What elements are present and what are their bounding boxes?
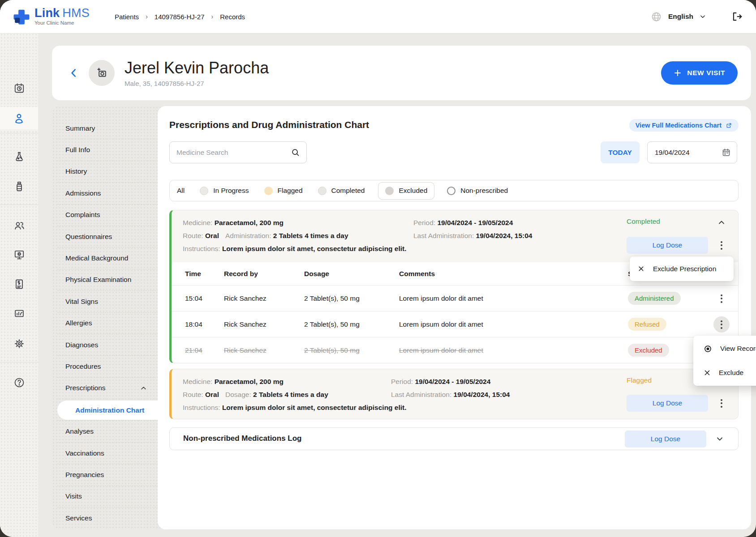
record-nav-panel: Summary Full Info History Admissions Com… [52, 106, 166, 529]
nav-item-full-info[interactable]: Full Info [57, 139, 160, 161]
billing-icon[interactable] [0, 273, 38, 296]
view-record-menu-item[interactable]: View Record [693, 337, 756, 361]
non-prescribed-title: Non-prescribed Medications Log [183, 434, 301, 443]
patient-name: Jerel Kevin Parocha [125, 59, 269, 77]
prescription-status-badge: Completed [627, 217, 660, 226]
filter-flagged[interactable]: Flagged [264, 187, 303, 195]
clinic-cross-icon [13, 9, 30, 25]
nav-item-services[interactable]: Services [57, 507, 160, 529]
status-badge: Refused [628, 318, 666, 331]
nav-item-procedures[interactable]: Procedures [57, 356, 160, 377]
filter-non-prescribed[interactable]: Non-prescribed [447, 187, 508, 195]
x-icon [637, 265, 645, 273]
prescription-card-flagged: Medicine: Paracetamol, 200 mg Period: 19… [169, 369, 739, 419]
breadcrumb-separator: › [146, 13, 148, 20]
logout-icon[interactable] [731, 11, 743, 22]
nav-item-history[interactable]: History [57, 161, 160, 183]
nav-item-analyses[interactable]: Analyses [57, 421, 160, 442]
breadcrumb-patient-id[interactable]: 14097856-HJ-27 [155, 13, 205, 21]
collapse-card-button[interactable] [713, 214, 730, 230]
reports-icon[interactable] [0, 303, 38, 326]
patient-avatar[interactable] [89, 60, 115, 86]
nav-item-admissions[interactable]: Admissions [57, 183, 160, 204]
view-full-medications-link[interactable]: View Full Medications Chart [629, 119, 739, 132]
flagged-radio [264, 187, 273, 195]
medications-icon[interactable] [0, 175, 38, 198]
nav-item-vaccinations[interactable]: Vaccinations [57, 443, 160, 464]
filter-all[interactable]: All [177, 187, 185, 195]
nav-item-diagnoses[interactable]: Diagnoses [57, 334, 160, 356]
date-value: 19/04/2024 [648, 149, 690, 157]
excluded-radio [385, 187, 394, 195]
new-visit-button[interactable]: NEW VISIT [661, 61, 738, 85]
plus-icon [674, 69, 682, 77]
filter-in-progress[interactable]: In Progress [200, 187, 249, 195]
module-rail [0, 33, 38, 537]
log-dose-button[interactable]: Log Dose [627, 237, 708, 254]
exclude-prescription-menu-item[interactable]: Exclude Prescription [653, 265, 716, 273]
nav-item-visits[interactable]: Visits [57, 486, 160, 507]
workstation-icon[interactable] [0, 243, 38, 266]
help-icon[interactable] [0, 371, 38, 394]
brand-tagline: Your Clinic Name [34, 21, 90, 26]
prescription-kebab-icon[interactable] [713, 395, 730, 411]
nav-item-medical-background[interactable]: Medical Background [57, 247, 160, 269]
patients-icon[interactable] [0, 107, 38, 130]
prescription-context-menu: Exclude Prescription [630, 256, 734, 281]
language-label: English [668, 13, 693, 21]
nav-item-pregnancies[interactable]: Pregnancies [57, 464, 160, 486]
app-logo: LinkHMS Your Clinic Name [13, 7, 90, 26]
completed-radio [318, 187, 326, 195]
breadcrumb: Patients › 14097856-HJ-27 › Records [115, 13, 245, 21]
exclude-record-menu-item[interactable]: Exclude [693, 361, 756, 385]
brand-suffix: HMS [62, 6, 90, 20]
user-group-icon[interactable] [0, 214, 38, 237]
status-badge: Administered [628, 292, 681, 305]
filter-completed[interactable]: Completed [318, 187, 365, 195]
eye-icon [703, 344, 713, 354]
administration-chart-panel: Prescriptions and Drug Administration Ch… [158, 106, 751, 529]
search-icon[interactable] [291, 148, 300, 157]
language-selector[interactable]: English [651, 11, 706, 22]
status-badge: Excluded [628, 344, 669, 357]
nav-item-prescriptions[interactable]: Prescriptions [57, 378, 160, 399]
nav-item-complaints[interactable]: Complaints [57, 205, 160, 226]
appointments-icon[interactable] [0, 77, 38, 100]
log-dose-button[interactable]: Log Dose [627, 395, 708, 412]
nav-item-physical-examination[interactable]: Physical Examination [57, 269, 160, 291]
breadcrumb-records[interactable]: Records [220, 13, 245, 21]
nav-item-vital-signs[interactable]: Vital Signs [57, 291, 160, 312]
rail-divider [0, 205, 38, 205]
row-kebab-icon[interactable] [713, 290, 730, 307]
nav-item-allergies[interactable]: Allergies [57, 313, 160, 334]
table-row: 15:04 Rick Sanchez 2 Tablet(s), 50 mg Lo… [172, 285, 738, 311]
prescription-status-badge: Flagged [627, 376, 652, 384]
table-row: 18:04 Rick Sanchez 2 Tablet(s), 50 mg Lo… [172, 311, 738, 337]
breadcrumb-separator: › [211, 13, 214, 20]
search-input[interactable] [170, 149, 291, 157]
breadcrumb-patients[interactable]: Patients [115, 13, 139, 21]
patient-header: Jerel Kevin Parocha Male, 35, 14097856-H… [52, 46, 751, 100]
rail-divider [0, 362, 38, 362]
app-window: LinkHMS Your Clinic Name Patients › 1409… [0, 0, 756, 537]
back-icon[interactable] [67, 66, 81, 80]
calendar-icon [722, 148, 731, 157]
log-dose-button[interactable]: Log Dose [625, 430, 706, 448]
prescription-kebab-icon[interactable] [713, 237, 730, 253]
row-kebab-icon-active[interactable] [713, 316, 730, 332]
in-progress-radio [200, 187, 208, 195]
filter-excluded-selected[interactable]: Excluded [378, 182, 434, 200]
external-link-icon [726, 122, 732, 129]
today-button[interactable]: TODAY [601, 141, 640, 163]
expand-section-button[interactable] [712, 431, 728, 447]
settings-icon[interactable] [0, 332, 38, 355]
nav-item-summary[interactable]: Summary [57, 118, 160, 139]
date-picker[interactable]: 19/04/2024 [647, 141, 737, 163]
status-filter-bar: All In Progress Flagged Completed Exclud… [169, 180, 739, 201]
laboratory-icon[interactable] [0, 145, 38, 168]
chevron-down-icon [700, 13, 706, 20]
nav-item-administration-chart[interactable]: Administration Chart [57, 401, 166, 420]
nav-item-questionnaires[interactable]: Questionnaires [57, 226, 160, 247]
prescription-card-completed: Medicine: Paracetamol, 200 mg Period: 19… [169, 210, 739, 363]
medicine-value: Paracetamol, 200 mg [215, 219, 284, 226]
